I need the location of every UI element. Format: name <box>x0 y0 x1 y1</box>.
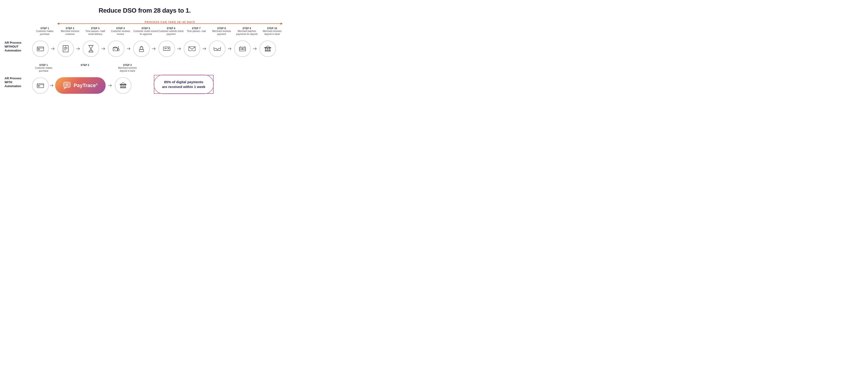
arrow-icon <box>152 47 156 50</box>
step-10-number: STEP 10 <box>259 27 285 30</box>
step-6-row <box>158 40 184 57</box>
page-wrapper: Reduce DSO from 28 days to 1. PROCESS CA… <box>0 0 289 108</box>
step-3-with: STEP 3 Merchant receives deposit in bank <box>115 64 140 94</box>
paytrace-icon: $ <box>63 81 71 90</box>
arrow-icon <box>51 47 55 50</box>
arrow-3 <box>99 47 108 50</box>
step-9-desc: Merchant batches payments for deposit <box>234 30 259 36</box>
arrow-5 <box>150 47 158 50</box>
arrow-7 <box>200 47 209 50</box>
main-title: Reduce DSO from 28 days to 1. <box>5 7 285 14</box>
arrow-icon <box>50 84 54 87</box>
step-2-with-number: STEP 2 <box>81 64 89 66</box>
step-1-circle <box>32 40 49 57</box>
svg-rect-28 <box>269 48 270 51</box>
envelope-icon <box>188 45 196 52</box>
arrow-icon <box>177 47 181 50</box>
svg-text:$: $ <box>66 83 68 86</box>
step-2-number: STEP 2 <box>57 27 83 30</box>
with-steps-container: STEP 1 Customer makes purchase <box>32 64 285 94</box>
step-4-row <box>108 40 133 57</box>
step-2-circle: $ <box>57 40 74 57</box>
svg-rect-25 <box>265 48 271 48</box>
step-1-desc: Customer makes purchase <box>32 30 57 36</box>
step-1-without: STEP 1 Customer makes purchase <box>32 27 57 57</box>
step-4-circle <box>108 40 124 57</box>
step-1-row <box>32 40 57 57</box>
step-5-without: STEP 5 Customer routes invoice for appro… <box>133 27 158 57</box>
invoice-icon: $ <box>62 45 69 52</box>
arrow-8 <box>225 47 234 50</box>
step-2-with: STEP 2 $ PayTrace® <box>55 64 115 94</box>
step-1-number: STEP 1 <box>32 27 57 30</box>
with-automation-label: AR ProcessWITHAutomation <box>5 64 32 88</box>
step-10-circle <box>259 40 276 57</box>
step-8-label: STEP 8 Merchant receives payment <box>209 27 234 38</box>
step-10-desc: Merchant receives deposit in bank <box>259 30 285 36</box>
step-9-row: $ <box>234 40 259 57</box>
bank-icon-without <box>264 45 272 52</box>
svg-rect-31 <box>38 86 39 86</box>
step-9-label: STEP 9 Merchant batches payments for dep… <box>234 27 259 38</box>
step-1-with-desc: Customer makes purchase <box>32 66 55 73</box>
step-5-desc: Customer routes invoice for approval <box>133 30 158 36</box>
stat-text: 85% of digital payments are received wit… <box>161 80 206 89</box>
step-1-with-label: STEP 1 Customer makes purchase <box>32 64 55 75</box>
paytrace-button[interactable]: $ PayTrace® <box>55 77 105 94</box>
step-3-label: STEP 3 Time passes– mail/ email delivery <box>83 27 108 38</box>
step-8-row <box>209 40 234 57</box>
arrow-icon <box>228 47 232 50</box>
step-6-without: STEP 6 Customer submits check payment <box>158 27 184 57</box>
credit-card-icon-with <box>37 82 44 89</box>
step-9-without: STEP 9 Merchant batches payments for dep… <box>234 27 259 57</box>
arrow-2 <box>74 47 83 50</box>
step-3-with-row <box>115 77 140 94</box>
mailbox-icon <box>113 45 120 52</box>
arrow-icon <box>253 47 257 50</box>
step-6-desc: Customer submits check payment <box>158 30 184 36</box>
step-8-number: STEP 8 <box>209 27 234 30</box>
arrow-with-1 <box>49 84 55 87</box>
stat-box: 85% of digital payments are received wit… <box>154 75 214 94</box>
svg-rect-39 <box>125 85 125 87</box>
step-4-without: STEP 4 Customer receives invoice <box>108 27 133 57</box>
step-3-without: STEP 3 Time passes– mail/ email delivery <box>83 27 108 57</box>
step-4-label: STEP 4 Customer receives invoice <box>108 27 133 38</box>
arrow-icon <box>203 47 207 50</box>
stat-container: 85% of digital payments are received wit… <box>154 75 214 94</box>
step-10-without: STEP 10 Merchant receives deposit in ban… <box>259 27 285 57</box>
step-7-label: STEP 7 Time passes– mail <box>187 27 206 38</box>
step-1-with: STEP 1 Customer makes purchase <box>32 64 55 94</box>
step-7-circle <box>184 40 200 57</box>
step-3-with-desc: Merchant receives deposit in bank <box>115 66 140 73</box>
check-sign-icon <box>163 45 170 52</box>
step-7-desc: Time passes– mail <box>187 30 206 33</box>
stamp-icon <box>138 45 145 52</box>
step-3-circle <box>83 40 99 57</box>
step-2-row: $ <box>57 40 83 57</box>
step-2-without: STEP 2 Merchant invoices customer $ <box>57 27 83 57</box>
deposit-box-icon: $ <box>239 45 246 52</box>
step-3-desc: Time passes– mail/ email delivery <box>83 30 108 36</box>
step-9-circle: $ <box>234 40 251 57</box>
step-2-desc: Merchant invoices customer <box>57 30 83 36</box>
step-5-row <box>133 40 158 57</box>
step-6-label: STEP 6 Customer submits check payment <box>158 27 184 38</box>
paytrace-name: PayTrace® <box>74 83 98 88</box>
svg-rect-38 <box>123 85 124 87</box>
step-2-with-label: STEP 2 <box>81 64 89 75</box>
step-6-circle <box>158 40 175 57</box>
step-6-number: STEP 6 <box>158 27 184 30</box>
paytrace-logo: $ PayTrace® <box>63 81 98 90</box>
step-10-label: STEP 10 Merchant receives deposit in ban… <box>259 27 285 38</box>
svg-text:$: $ <box>65 46 66 48</box>
step-3-with-circle <box>115 77 131 94</box>
step-5-circle <box>133 40 150 57</box>
arrow-icon <box>127 47 131 50</box>
arrow-with-2 <box>105 84 115 87</box>
step-3-with-number: STEP 3 <box>115 64 140 66</box>
without-steps-container: STEP 1 Customer makes purchase <box>32 27 285 57</box>
step-8-without: STEP 8 Merchant receives payment <box>209 27 234 57</box>
arrow-icon <box>101 47 105 50</box>
step-1-with-number: STEP 1 <box>32 64 55 66</box>
